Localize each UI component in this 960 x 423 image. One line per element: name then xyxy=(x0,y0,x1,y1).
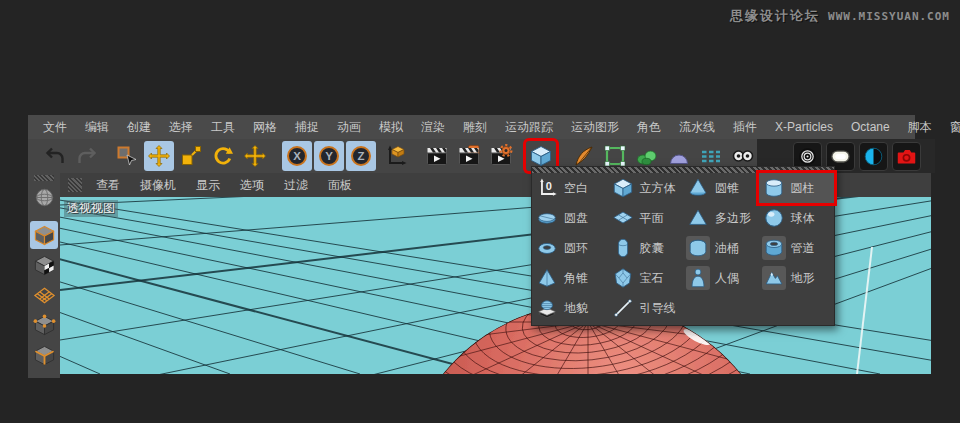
primitive-landscape[interactable]: 地形 xyxy=(759,263,835,293)
menu-window[interactable]: 窗口 xyxy=(941,119,960,136)
svg-text:Y: Y xyxy=(325,150,333,162)
menu-mograph[interactable]: 运动图形 xyxy=(562,119,628,136)
null-icon: 0 xyxy=(535,176,559,200)
model-mode-button[interactable] xyxy=(30,221,58,249)
primitive-sphere[interactable]: 球体 xyxy=(759,203,835,233)
coordinate-system-button[interactable] xyxy=(378,141,412,171)
viewport-label: 透视视图 xyxy=(64,200,118,217)
torus-icon xyxy=(535,236,559,260)
capsule-icon xyxy=(611,236,635,260)
menu-select[interactable]: 选择 xyxy=(160,119,202,136)
workplane-mode-button[interactable] xyxy=(30,281,58,309)
svg-text:Z: Z xyxy=(357,150,364,162)
primitive-guide[interactable]: 引导线 xyxy=(608,293,684,323)
points-mode-button[interactable] xyxy=(30,311,58,339)
primitive-capsule[interactable]: 胶囊 xyxy=(608,233,684,263)
primitive-disc[interactable]: 圆盘 xyxy=(532,203,608,233)
menu-file[interactable]: 文件 xyxy=(34,119,76,136)
last-tool-button[interactable] xyxy=(240,141,270,171)
y-axis-button[interactable]: Y xyxy=(314,141,344,171)
primitive-polygon[interactable]: 多边形 xyxy=(683,203,759,233)
red-camera-icon[interactable] xyxy=(892,142,921,171)
primitive-cylinder[interactable]: 圆柱 xyxy=(759,173,835,203)
plane-icon xyxy=(611,206,635,230)
primitive-oiltank[interactable]: 油桶 xyxy=(683,233,759,263)
live-selection-button[interactable] xyxy=(112,141,142,171)
tube-icon xyxy=(762,236,786,260)
mode-sidebar xyxy=(28,173,60,378)
landscape-icon xyxy=(762,266,786,290)
menu-simulate[interactable]: 模拟 xyxy=(370,119,412,136)
svg-text:X: X xyxy=(293,150,301,162)
cinema4d-window: 思缘设计论坛 WWW.MISSYUAN.COM 文件 编辑 创建 选择 工具 网… xyxy=(0,0,960,423)
menu-xparticles[interactable]: X-Particles xyxy=(766,120,842,134)
menu-sculpt[interactable]: 雕刻 xyxy=(454,119,496,136)
menu-edit[interactable]: 编辑 xyxy=(76,119,118,136)
menu-script[interactable]: 脚本 xyxy=(899,119,941,136)
viewport-menu-grip[interactable] xyxy=(68,178,82,192)
menu-octane[interactable]: Octane xyxy=(842,120,899,134)
primitive-tube[interactable]: 管道 xyxy=(759,233,835,263)
primitives-grid: 0空白 立方体 圆锥 圆柱 圆盘 平面 多边形 球体 圆环 胶囊 油桶 管道 角… xyxy=(532,173,834,325)
menu-tools[interactable]: 工具 xyxy=(202,119,244,136)
cube-icon xyxy=(611,176,635,200)
watermark-site-url: WWW.MISSYUAN.COM xyxy=(828,10,950,23)
render-view-button[interactable] xyxy=(422,141,452,171)
vmenu-filter[interactable]: 过滤 xyxy=(274,177,318,194)
primitive-cube[interactable]: 立方体 xyxy=(608,173,684,203)
z-axis-button[interactable]: Z xyxy=(346,141,376,171)
disc-icon xyxy=(535,206,559,230)
menu-create[interactable]: 创建 xyxy=(118,119,160,136)
sidebar-grip[interactable] xyxy=(34,175,54,181)
figure-icon xyxy=(686,266,710,290)
menu-plugins[interactable]: 插件 xyxy=(724,119,766,136)
texture-mode-button[interactable] xyxy=(30,251,58,279)
primitive-figure[interactable]: 人偶 xyxy=(683,263,759,293)
scale-tool-button[interactable] xyxy=(176,141,206,171)
render-region-button[interactable] xyxy=(454,141,484,171)
menu-render[interactable]: 渲染 xyxy=(412,119,454,136)
move-tool-button[interactable] xyxy=(144,141,174,171)
menu-snap[interactable]: 捕捉 xyxy=(286,119,328,136)
primitive-pyramid[interactable]: 角锥 xyxy=(532,263,608,293)
menu-motion-tracker[interactable]: 运动跟踪 xyxy=(496,119,562,136)
render-settings-button[interactable] xyxy=(486,141,516,171)
undo-button[interactable] xyxy=(40,141,70,171)
cone-icon xyxy=(686,176,710,200)
primitive-null[interactable]: 0空白 xyxy=(532,173,608,203)
oiltank-icon xyxy=(686,236,710,260)
primitive-relief[interactable]: 地貌 xyxy=(532,293,608,323)
contrast-sphere-icon[interactable] xyxy=(859,142,888,171)
guide-icon xyxy=(611,296,635,320)
menu-character[interactable]: 角色 xyxy=(628,119,670,136)
rotate-tool-button[interactable] xyxy=(208,141,238,171)
svg-text:0: 0 xyxy=(546,180,552,192)
menu-mesh[interactable]: 网格 xyxy=(244,119,286,136)
primitive-plane[interactable]: 平面 xyxy=(608,203,684,233)
menu-animate[interactable]: 动画 xyxy=(328,119,370,136)
primitive-torus[interactable]: 圆环 xyxy=(532,233,608,263)
x-axis-button[interactable]: X xyxy=(282,141,312,171)
watermark: 思缘设计论坛 WWW.MISSYUAN.COM xyxy=(730,7,950,25)
primitives-dropdown: 0空白 立方体 圆锥 圆柱 圆盘 平面 多边形 球体 圆环 胶囊 油桶 管道 角… xyxy=(531,166,835,326)
sphere-icon xyxy=(762,206,786,230)
vmenu-display[interactable]: 显示 xyxy=(186,177,230,194)
primitive-cone[interactable]: 圆锥 xyxy=(683,173,759,203)
main-menu-bar: 文件 编辑 创建 选择 工具 网格 捕捉 动画 模拟 渲染 雕刻 运动跟踪 运动… xyxy=(28,115,915,139)
pyramid-icon xyxy=(535,266,559,290)
primitive-gem[interactable]: 宝石 xyxy=(608,263,684,293)
polygon-icon xyxy=(686,206,710,230)
gem-icon xyxy=(611,266,635,290)
vmenu-view[interactable]: 查看 xyxy=(86,177,130,194)
cylinder-icon xyxy=(762,176,786,200)
watermark-site-name: 思缘设计论坛 xyxy=(730,7,820,25)
vmenu-options[interactable]: 选项 xyxy=(230,177,274,194)
vmenu-cameras[interactable]: 摄像机 xyxy=(130,177,186,194)
redo-button[interactable] xyxy=(72,141,102,171)
axis-globe-button[interactable] xyxy=(30,183,58,211)
edges-mode-button[interactable] xyxy=(30,341,58,369)
relief-icon xyxy=(535,296,559,320)
menu-pipeline[interactable]: 流水线 xyxy=(670,119,724,136)
vmenu-panel[interactable]: 面板 xyxy=(318,177,362,194)
